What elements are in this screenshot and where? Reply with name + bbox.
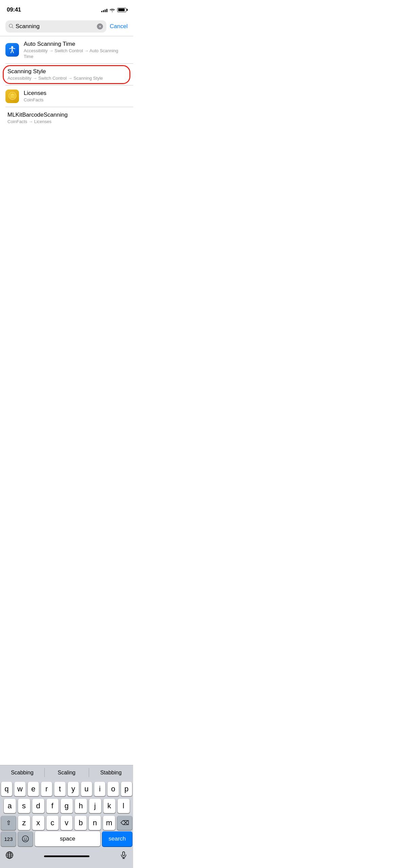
list-item[interactable]: MLKitBarcodeScanning CoinFacts → License… bbox=[0, 107, 133, 129]
search-icon bbox=[9, 24, 14, 29]
battery-icon bbox=[117, 8, 126, 12]
list-item[interactable]: Auto Scanning Time Accessibility → Switc… bbox=[0, 36, 133, 64]
cancel-button[interactable]: Cancel bbox=[110, 23, 128, 30]
item-title: MLKitBarcodeScanning bbox=[7, 111, 128, 119]
battery-fill bbox=[118, 8, 125, 11]
clear-button[interactable] bbox=[97, 23, 103, 29]
signal-bar-3 bbox=[105, 9, 106, 12]
item-title: Licenses bbox=[24, 90, 128, 97]
item-subtitle: Accessibility → Switch Control → Scannin… bbox=[7, 76, 128, 81]
item-text: Auto Scanning Time Accessibility → Switc… bbox=[24, 40, 128, 60]
search-input[interactable] bbox=[16, 23, 95, 30]
item-title: Auto Scanning Time bbox=[24, 40, 128, 48]
item-text: MLKitBarcodeScanning CoinFacts → License… bbox=[5, 111, 128, 125]
svg-point-2 bbox=[11, 46, 13, 48]
accessibility-symbol bbox=[8, 45, 17, 54]
results-list: Auto Scanning Time Accessibility → Switc… bbox=[0, 36, 133, 129]
item-text: Scanning Style Accessibility → Switch Co… bbox=[5, 68, 128, 81]
search-bar[interactable] bbox=[5, 20, 106, 33]
item-title: Scanning Style bbox=[7, 68, 128, 75]
status-time: 09:41 bbox=[7, 6, 21, 13]
coinfacts-icon: 🪙 bbox=[5, 90, 19, 103]
list-item[interactable]: 🪙 Licenses CoinFacts bbox=[0, 85, 133, 107]
signal-bar-1 bbox=[101, 11, 102, 12]
search-area: Cancel bbox=[0, 17, 133, 36]
status-bar: 09:41 bbox=[0, 0, 133, 17]
item-text: Licenses CoinFacts bbox=[24, 90, 128, 103]
status-icons bbox=[101, 8, 126, 12]
accessibility-icon bbox=[5, 43, 19, 57]
list-item[interactable]: Scanning Style Accessibility → Switch Co… bbox=[0, 64, 133, 85]
item-subtitle: Accessibility → Switch Control → Auto Sc… bbox=[24, 48, 128, 60]
wifi-icon bbox=[109, 8, 115, 12]
signal-bar-4 bbox=[106, 9, 107, 12]
svg-line-1 bbox=[12, 27, 13, 28]
signal-bars-icon bbox=[101, 8, 107, 12]
item-subtitle: CoinFacts bbox=[24, 97, 128, 103]
signal-bar-2 bbox=[103, 10, 104, 12]
item-subtitle: CoinFacts → Licenses bbox=[7, 119, 128, 125]
